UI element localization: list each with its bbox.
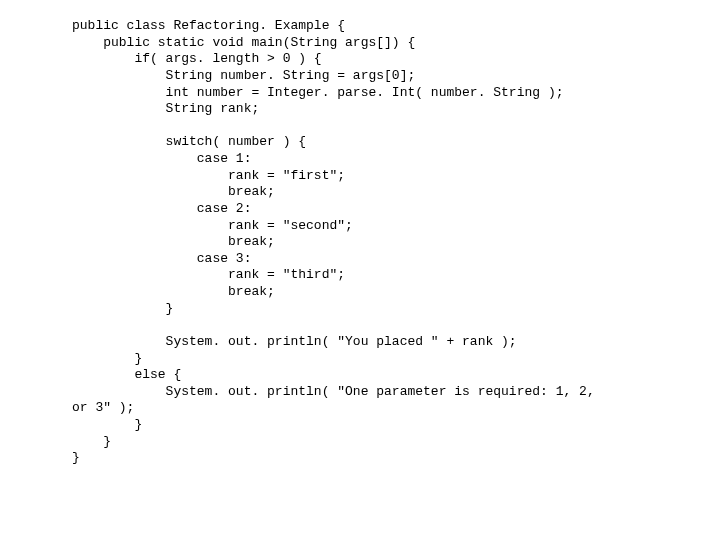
code-line: case 2:: [72, 201, 251, 216]
code-line: }: [72, 434, 111, 449]
code-line: if( args. length > 0 ) {: [72, 51, 322, 66]
code-line: public class Refactoring. Example {: [72, 18, 345, 33]
code-line: public static void main(String args[]) {: [72, 35, 415, 50]
code-line: else {: [72, 367, 181, 382]
code-line: break;: [72, 184, 275, 199]
code-line: }: [72, 450, 80, 465]
code-line: case 1:: [72, 151, 251, 166]
code-line: or 3" );: [72, 400, 134, 415]
code-block: public class Refactoring. Example { publ…: [0, 0, 720, 467]
code-line: String rank;: [72, 101, 259, 116]
code-line: break;: [72, 284, 275, 299]
code-line: break;: [72, 234, 275, 249]
code-line: rank = "first";: [72, 168, 345, 183]
code-line: case 3:: [72, 251, 251, 266]
code-line: System. out. println( "You placed " + ra…: [72, 334, 517, 349]
code-line: String number. String = args[0];: [72, 68, 415, 83]
code-line: }: [72, 301, 173, 316]
code-line: }: [72, 417, 142, 432]
code-line: }: [72, 351, 142, 366]
code-line: System. out. println( "One parameter is …: [72, 384, 595, 399]
code-line: int number = Integer. parse. Int( number…: [72, 85, 563, 100]
code-line: rank = "second";: [72, 218, 353, 233]
code-line: switch( number ) {: [72, 134, 306, 149]
code-line: rank = "third";: [72, 267, 345, 282]
